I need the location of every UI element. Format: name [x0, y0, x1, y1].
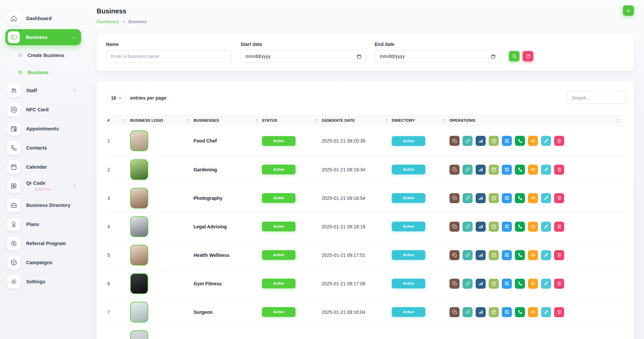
- reset-filter-button[interactable]: [523, 51, 533, 61]
- view-button[interactable]: [528, 307, 538, 317]
- link-button[interactable]: [463, 250, 473, 260]
- qr-button[interactable]: [502, 307, 512, 317]
- sort-arrows-icon[interactable]: [187, 119, 190, 122]
- search-filter-button[interactable]: [509, 51, 520, 61]
- view-button[interactable]: [528, 279, 538, 289]
- end-date-input[interactable]: mm/dd/yyyy: [375, 50, 500, 63]
- edit-button[interactable]: [541, 250, 551, 260]
- column-header[interactable]: GENERATE DATE: [322, 114, 392, 127]
- calendar-button[interactable]: [489, 250, 499, 260]
- duplicate-button[interactable]: [449, 250, 460, 260]
- entries-per-page-select[interactable]: 10: [107, 92, 125, 104]
- sort-arrows-icon[interactable]: [617, 119, 619, 122]
- link-button[interactable]: [463, 193, 473, 203]
- sort-arrows-icon[interactable]: [386, 119, 388, 122]
- delete-button[interactable]: [554, 165, 564, 175]
- qr-button[interactable]: [502, 222, 512, 232]
- analytics-button[interactable]: [476, 307, 486, 317]
- sort-arrows-icon[interactable]: [316, 119, 318, 122]
- delete-button[interactable]: [554, 193, 564, 203]
- analytics-button[interactable]: [476, 222, 486, 232]
- sort-arrows-icon[interactable]: [256, 119, 258, 122]
- duplicate-button[interactable]: [449, 307, 460, 317]
- duplicate-button[interactable]: [449, 165, 460, 175]
- sidebar-item-referral-program[interactable]: Referral Program: [5, 234, 81, 253]
- qr-button[interactable]: [502, 250, 512, 260]
- phone-button[interactable]: [515, 307, 525, 317]
- link-button[interactable]: [463, 279, 473, 289]
- sidebar-item-business-list[interactable]: Business: [5, 64, 87, 81]
- analytics-button[interactable]: [476, 136, 486, 146]
- link-button[interactable]: [463, 136, 473, 146]
- calendar-button[interactable]: [489, 136, 499, 146]
- calendar-button[interactable]: [489, 279, 499, 289]
- delete-button[interactable]: [554, 279, 564, 289]
- sidebar-item-appointments[interactable]: Appointments: [5, 119, 81, 138]
- view-button[interactable]: [528, 193, 538, 203]
- calendar-button[interactable]: [489, 193, 499, 203]
- sidebar-item-staff[interactable]: Staff: [5, 81, 81, 100]
- table-search-input[interactable]: [567, 92, 626, 104]
- analytics-button[interactable]: [476, 193, 486, 203]
- delete-button[interactable]: [554, 250, 564, 260]
- sidebar-item-settings[interactable]: Settings: [5, 272, 81, 291]
- edit-button[interactable]: [541, 165, 551, 175]
- sidebar-item-nfc-card[interactable]: NFC Card: [5, 100, 81, 119]
- sidebar-item-create-business[interactable]: Create Business: [5, 47, 87, 64]
- calendar-picker-icon[interactable]: [357, 54, 362, 59]
- edit-button[interactable]: [541, 307, 551, 317]
- sort-arrows-icon[interactable]: [124, 119, 126, 122]
- sidebar-item-business-directory[interactable]: Business Directory: [5, 195, 81, 215]
- sidebar-item-campaigns[interactable]: Campaigns: [5, 253, 81, 272]
- link-button[interactable]: [463, 165, 473, 175]
- phone-button[interactable]: [515, 222, 525, 232]
- view-button[interactable]: [528, 250, 538, 260]
- sidebar-item-business[interactable]: Business: [5, 29, 81, 45]
- edit-button[interactable]: [541, 279, 551, 289]
- qr-button[interactable]: [502, 136, 512, 146]
- duplicate-button[interactable]: [449, 193, 460, 203]
- duplicate-button[interactable]: [449, 222, 460, 232]
- sort-arrows-icon[interactable]: [443, 119, 445, 122]
- start-date-input[interactable]: mm/dd/yyyy: [240, 50, 366, 63]
- column-header[interactable]: OPERATIONS: [449, 114, 623, 127]
- link-button[interactable]: [463, 222, 473, 232]
- sidebar-item-plans[interactable]: Plans: [5, 215, 81, 234]
- sidebar-item-qr-code[interactable]: Qr CodeAdd-On: [5, 176, 81, 195]
- sidebar-item-dashboard[interactable]: Dashboard: [5, 9, 81, 28]
- delete-button[interactable]: [554, 222, 564, 232]
- breadcrumb-dashboard-link[interactable]: Dashboard: [97, 19, 119, 24]
- edit-button[interactable]: [541, 193, 551, 203]
- edit-button[interactable]: [541, 136, 551, 146]
- delete-button[interactable]: [554, 307, 564, 317]
- phone-button[interactable]: [515, 279, 525, 289]
- analytics-button[interactable]: [476, 165, 486, 175]
- phone-button[interactable]: [515, 165, 525, 175]
- phone-button[interactable]: [515, 193, 525, 203]
- calendar-picker-icon[interactable]: [491, 54, 496, 59]
- phone-button[interactable]: [515, 136, 525, 146]
- link-button[interactable]: [463, 307, 473, 317]
- calendar-button[interactable]: [489, 307, 499, 317]
- duplicate-button[interactable]: [449, 136, 460, 146]
- view-button[interactable]: [528, 222, 538, 232]
- add-business-button[interactable]: +: [623, 5, 634, 16]
- duplicate-button[interactable]: [449, 279, 460, 289]
- qr-button[interactable]: [502, 193, 512, 203]
- qr-button[interactable]: [502, 279, 512, 289]
- sidebar-item-contacts[interactable]: Contacts: [5, 138, 81, 157]
- qr-button[interactable]: [502, 165, 512, 175]
- business-name-input[interactable]: [106, 50, 232, 63]
- view-button[interactable]: [528, 165, 538, 175]
- phone-button[interactable]: [515, 250, 525, 260]
- view-button[interactable]: [528, 136, 538, 146]
- sidebar-item-calendar[interactable]: Calendar: [5, 157, 81, 176]
- calendar-button[interactable]: [489, 165, 499, 175]
- column-header[interactable]: BUSINESSES: [194, 114, 262, 127]
- edit-button[interactable]: [541, 222, 551, 232]
- calendar-button[interactable]: [489, 222, 499, 232]
- column-header[interactable]: DIRECTORY: [392, 114, 449, 127]
- column-header[interactable]: STATUS: [262, 114, 322, 127]
- analytics-button[interactable]: [476, 279, 486, 289]
- analytics-button[interactable]: [476, 250, 486, 260]
